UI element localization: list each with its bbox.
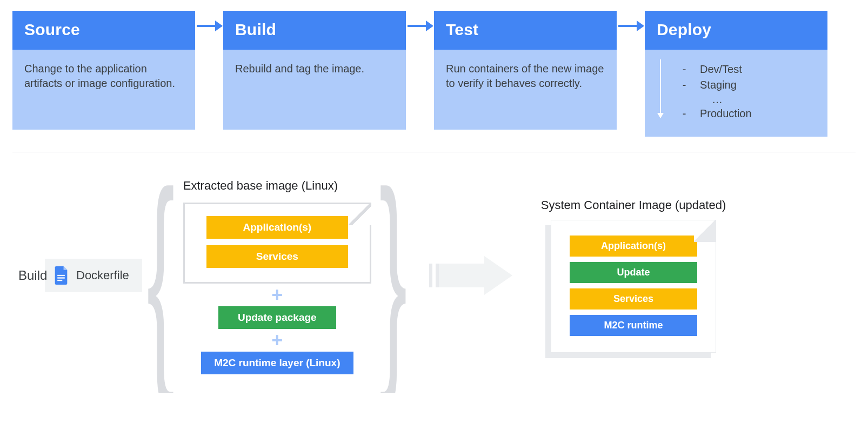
stage-deploy-body: -Dev/Test -Staging … -Production <box>645 50 827 137</box>
deploy-env-label: Staging <box>700 77 737 93</box>
dockerfile-box: Dockerfile <box>45 259 142 292</box>
stage-build: Build Rebuild and tag the image. <box>223 11 406 130</box>
deploy-progress-arrow-icon <box>660 59 661 118</box>
layer-services: Services <box>206 245 348 268</box>
arrow-right-icon <box>618 25 643 27</box>
arrow-test-to-deploy <box>617 11 645 27</box>
left-brace: { <box>142 169 180 382</box>
svg-rect-0 <box>57 275 65 276</box>
stage-deploy: Deploy -Dev/Test -Staging … -Production <box>645 11 827 137</box>
stage-build-title: Build <box>223 11 406 50</box>
brace-left-icon: { <box>147 169 175 382</box>
plus-icon: + <box>271 334 283 346</box>
file-icon <box>54 266 69 285</box>
stage-test: Test Run containers of the new image to … <box>434 11 617 130</box>
right-brace: } <box>375 169 412 382</box>
stage-deploy-title: Deploy <box>645 11 827 50</box>
deploy-env-label: Dev/Test <box>700 62 742 77</box>
stage-test-title: Test <box>434 11 617 50</box>
deploy-ellipsis: … <box>712 93 816 106</box>
big-arrow-icon <box>426 256 518 295</box>
brace-right-icon: } <box>379 169 407 382</box>
result-layer-update: Update <box>570 262 697 283</box>
build-arrow: Build <box>412 256 531 295</box>
result-column: System Container Image (updated) Applica… <box>541 198 726 353</box>
layer-applications: Application(s) <box>206 216 348 239</box>
stage-source: Source Change to the application artifac… <box>12 11 195 130</box>
stage-source-title: Source <box>12 11 195 50</box>
plus-icon: + <box>271 289 283 301</box>
layer-update-package: Update package <box>218 306 336 329</box>
result-title: System Container Image (updated) <box>541 198 726 212</box>
svg-rect-2 <box>57 280 62 281</box>
base-image-doc: Application(s) Services <box>183 203 371 284</box>
svg-rect-1 <box>57 277 65 278</box>
arrow-source-to-build <box>195 11 223 27</box>
dockerfile-label: Dockerfile <box>76 268 129 282</box>
build-diagram: Dockerfile { Extracted base image (Linux… <box>12 169 856 382</box>
pipeline-row: Source Change to the application artifac… <box>12 11 856 137</box>
layer-m2c-runtime: M2C runtime layer (Linux) <box>201 352 353 374</box>
dockerfile-contents-stack: Extracted base image (Linux) Application… <box>180 177 375 374</box>
stage-source-body: Change to the application artifacts or i… <box>12 50 195 130</box>
result-layer-m2c-runtime: M2C runtime <box>570 315 697 336</box>
arrow-right-icon <box>408 25 432 27</box>
deploy-env-devtest: -Dev/Test <box>680 62 816 77</box>
extracted-base-image-title: Extracted base image (Linux) <box>183 179 338 193</box>
result-layer-applications: Application(s) <box>570 236 697 257</box>
deploy-env-staging: -Staging <box>680 77 816 93</box>
result-layer-services: Services <box>570 288 697 310</box>
deploy-env-label: Production <box>700 106 752 122</box>
section-divider <box>12 152 856 152</box>
arrow-build-to-test <box>406 11 434 27</box>
build-label: Build <box>18 268 47 283</box>
stage-test-body: Run containers of the new image to verif… <box>434 50 617 130</box>
stage-build-body: Rebuild and tag the image. <box>223 50 406 130</box>
arrow-right-icon <box>197 25 222 27</box>
deploy-env-production: -Production <box>680 106 816 122</box>
result-container-image: Application(s) Update Services M2C runti… <box>551 220 716 353</box>
